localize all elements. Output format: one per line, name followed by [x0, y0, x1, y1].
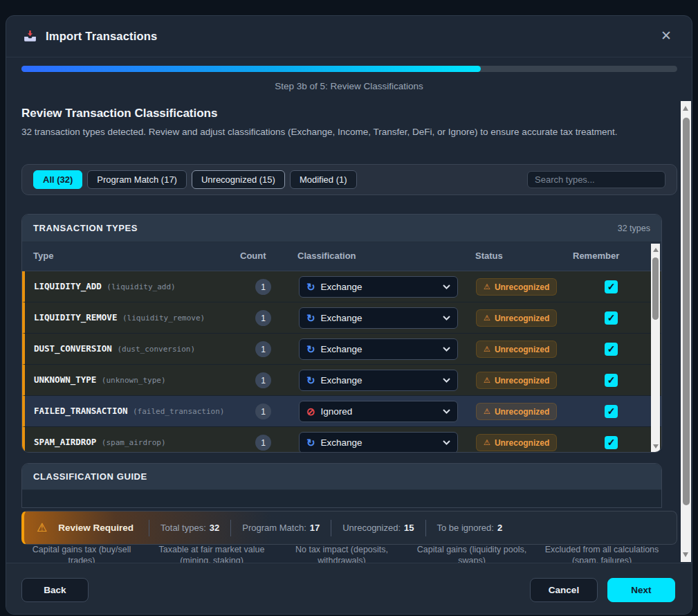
transaction-type-name: SPAM_AIRDROP (spam_airdrop): [34, 437, 166, 447]
remember-checkbox[interactable]: ✓: [605, 311, 618, 325]
ignored-icon: ⊘: [306, 406, 315, 417]
exchange-icon: ↻: [306, 437, 315, 448]
modal-scrollbar[interactable]: [681, 101, 691, 562]
summary-stat: Unrecognized:15: [342, 523, 414, 533]
warning-icon: ⚠: [484, 376, 490, 385]
status-label: Unrecognized: [495, 314, 549, 323]
guide-description: Capital gains tax (buy/sell trades): [21, 544, 142, 563]
col-status: Status: [475, 251, 503, 261]
transaction-types-panel: TRANSACTION TYPES 32 types Type Count Cl…: [21, 214, 662, 453]
classification-select[interactable]: ↻ Exchange: [299, 307, 458, 329]
scroll-down-icon[interactable]: [653, 444, 659, 449]
back-button[interactable]: Back: [21, 578, 89, 602]
filter-tabs: All (32)Program Match (17)Unrecognized (…: [33, 170, 357, 189]
scroll-down-icon[interactable]: [683, 552, 688, 557]
classification-select[interactable]: ⊘ Ignored: [299, 401, 458, 422]
classification-value: Ignored: [321, 406, 353, 417]
count-badge: 1: [255, 279, 271, 295]
divider: [331, 520, 331, 536]
chevron-down-icon: [443, 409, 450, 414]
status-badge: ⚠ Unrecognized: [476, 403, 557, 420]
status-badge: ⚠ Unrecognized: [476, 278, 557, 296]
panel-header: TRANSACTION TYPES 32 types: [22, 215, 661, 242]
remember-checkbox[interactable]: ✓: [605, 374, 618, 387]
table-row: LIQUIDITY_ADD (liquidity_add) 1 ↻ Exchan…: [22, 271, 661, 302]
status-badge: ⚠ Unrecognized: [476, 309, 557, 327]
warning-icon: ⚠: [484, 438, 490, 447]
count-badge: 1: [255, 435, 271, 451]
remember-checkbox[interactable]: ✓: [605, 405, 618, 418]
stat-label: Program Match:: [242, 523, 306, 533]
scroll-up-icon[interactable]: [683, 106, 688, 111]
exchange-icon: ↻: [306, 282, 315, 292]
filter-tab[interactable]: Modified (1): [290, 170, 357, 189]
classification-select[interactable]: ↻ Exchange: [299, 276, 458, 298]
import-icon: [23, 29, 37, 44]
modal-footer: Back Cancel Next: [6, 563, 692, 614]
stat-value: 17: [310, 523, 320, 533]
filter-bar: All (32)Program Match (17)Unrecognized (…: [21, 164, 677, 195]
modal-title: Import Transactions: [46, 30, 158, 43]
stat-value: 15: [404, 523, 414, 533]
divider: [425, 520, 426, 536]
status-badge: ⚠ Unrecognized: [476, 341, 557, 358]
transaction-type-raw: (liquidity_add): [107, 282, 175, 291]
guide-descriptions: Capital gains tax (buy/sell trades)Taxab…: [21, 544, 662, 563]
classification-guide-panel: CLASSIFICATION GUIDE: [21, 463, 662, 508]
classification-value: Exchange: [321, 344, 362, 354]
warning-icon: ⚠: [484, 345, 490, 354]
table-rows: LIQUIDITY_ADD (liquidity_add) 1 ↻ Exchan…: [22, 271, 661, 453]
count-badge: 1: [255, 372, 271, 388]
summary-stat: Total types:32: [160, 523, 219, 533]
classification-select[interactable]: ↻ Exchange: [299, 338, 458, 360]
exchange-icon: ↻: [306, 344, 315, 354]
progress-bar: [21, 66, 677, 72]
classification-select[interactable]: ↻ Exchange: [299, 370, 458, 391]
warning-icon: ⚠: [484, 314, 490, 323]
table-scrollbar[interactable]: [651, 244, 660, 453]
status-label: Unrecognized: [495, 282, 549, 292]
chevron-down-icon: [443, 347, 450, 352]
status-label: Unrecognized: [495, 376, 549, 386]
status-label: Unrecognized: [495, 345, 549, 354]
stat-value: 2: [497, 523, 502, 533]
divider: [149, 520, 149, 536]
remember-checkbox[interactable]: ✓: [605, 280, 618, 293]
search-input[interactable]: [527, 171, 665, 188]
guide-description: No tax impact (deposits, withdrawals): [282, 544, 402, 563]
count-badge: 1: [255, 310, 271, 326]
scrollbar-thumb[interactable]: [652, 257, 659, 320]
table-row: LIQUIDITY_REMOVE (liquidity_remove) 1 ↻ …: [22, 302, 661, 334]
remember-checkbox[interactable]: ✓: [605, 436, 618, 449]
guide-description: Excluded from all calculations (spam, fa…: [542, 544, 662, 563]
cancel-button[interactable]: Cancel: [530, 578, 598, 602]
table-row: DUST_CONVERSION (dust_conversion) 1 ↻ Ex…: [22, 334, 661, 365]
col-type: Type: [33, 251, 53, 261]
remember-checkbox[interactable]: ✓: [605, 343, 618, 356]
chevron-down-icon: [443, 284, 450, 289]
review-required-banner: ⚠ Review Required Total types:32Program …: [21, 511, 677, 545]
warning-icon: ⚠: [484, 282, 490, 291]
summary-stats: Total types:32Program Match:17Unrecogniz…: [149, 520, 502, 536]
panel-title: TRANSACTION TYPES: [33, 223, 138, 233]
scrollbar-thumb[interactable]: [683, 118, 690, 505]
stat-label: Total types:: [160, 523, 206, 533]
transaction-type-raw: (spam_airdrop): [102, 438, 166, 447]
table-row: SPAM_AIRDROP (spam_airdrop) 1 ↻ Exchange…: [22, 427, 661, 453]
filter-tab[interactable]: All (32): [33, 170, 82, 189]
classification-value: Exchange: [321, 437, 362, 448]
filter-tab[interactable]: Unrecognized (15): [192, 170, 285, 189]
filter-tab[interactable]: Program Match (17): [87, 170, 187, 189]
page-title: Review Transaction Classifications: [21, 107, 217, 120]
col-classification: Classification: [297, 251, 356, 261]
status-label: Unrecognized: [495, 407, 549, 417]
warning-icon: ⚠: [37, 520, 47, 535]
classification-select[interactable]: ↻ Exchange: [299, 432, 458, 453]
close-icon[interactable]: ✕: [656, 26, 677, 46]
table-row: UNKNOWN_TYPE (unknown_type) 1 ↻ Exchange…: [22, 365, 661, 396]
next-button[interactable]: Next: [607, 578, 675, 602]
scroll-up-icon[interactable]: [653, 248, 659, 252]
transaction-type-raw: (unknown_type): [102, 376, 166, 385]
modal-header: Import Transactions: [6, 16, 692, 57]
stat-value: 32: [210, 523, 219, 533]
